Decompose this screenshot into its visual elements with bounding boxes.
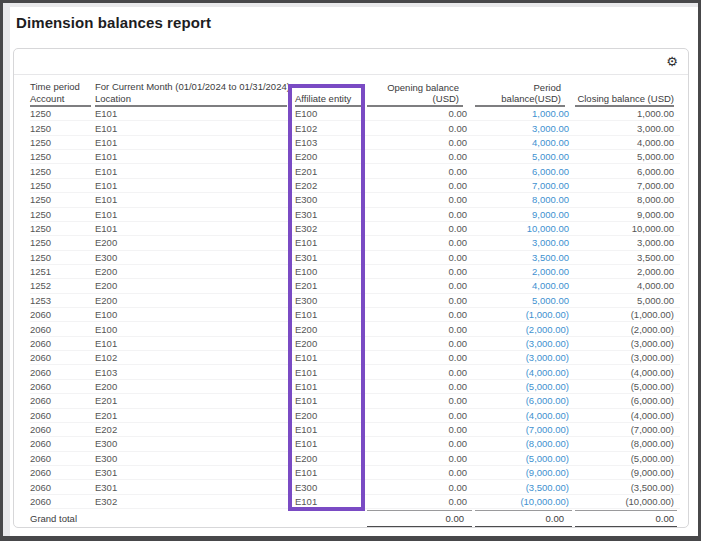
report-card: ⚙ Time period For Current Month (01/01/2…	[13, 48, 689, 528]
cell-account: 2060	[30, 482, 95, 493]
cell-affiliate: E101	[291, 395, 367, 406]
cell-location: E100	[95, 324, 291, 335]
cell-location: E301	[95, 482, 291, 493]
cell-location: E101	[95, 209, 291, 220]
cell-affiliate: E302	[291, 223, 367, 234]
cell-period[interactable]: (5,000.00)	[475, 453, 575, 464]
cell-period[interactable]: 9,000.00	[475, 209, 575, 220]
col-header-affiliate-entity: Affiliate entity	[291, 93, 367, 107]
cell-closing: (3,000.00)	[575, 338, 677, 349]
table-row: 1250E101E3010.009,000.009,000.00	[30, 208, 680, 222]
cell-opening: 0.00	[367, 194, 475, 205]
cell-period[interactable]: 2,000.00	[475, 266, 575, 277]
cell-location: E200	[95, 237, 291, 248]
cell-location: E202	[95, 424, 291, 435]
cell-period[interactable]: (9,000.00)	[475, 467, 575, 478]
cell-affiliate: E101	[291, 424, 367, 435]
cell-period[interactable]: (2,000.00)	[475, 324, 575, 335]
cell-affiliate: E101	[291, 467, 367, 478]
cell-period[interactable]: 5,000.00	[475, 295, 575, 306]
cell-account: 2060	[30, 467, 95, 478]
cell-account: 1250	[30, 137, 95, 148]
cell-period[interactable]: (7,000.00)	[475, 424, 575, 435]
cell-affiliate: E101	[291, 438, 367, 449]
col-header-location: Location	[95, 93, 291, 107]
time-period-row: Time period For Current Month (01/01/202…	[30, 80, 680, 93]
cell-period[interactable]: 1,000.00	[475, 108, 575, 119]
cell-closing: (1,000.00)	[575, 309, 677, 320]
cell-account: 2060	[30, 424, 95, 435]
cell-opening: 0.00	[367, 123, 475, 134]
cell-account: 1253	[30, 295, 95, 306]
cell-closing: 9,000.00	[575, 209, 677, 220]
cell-opening: 0.00	[367, 438, 475, 449]
table-body: 1250E101E1000.001,000.001,000.001250E101…	[30, 107, 680, 509]
table-row: 2060E103E1010.00(4,000.00)(4,000.00)	[30, 365, 680, 379]
cell-location: E101	[95, 194, 291, 205]
cell-location: E201	[95, 395, 291, 406]
cell-account: 2060	[30, 438, 95, 449]
cell-opening: 0.00	[367, 309, 475, 320]
cell-closing: (8,000.00)	[575, 438, 677, 449]
cell-period[interactable]: 3,500.00	[475, 252, 575, 263]
cell-account: 1252	[30, 280, 95, 291]
left-gutter	[3, 3, 10, 536]
cell-account: 1250	[30, 123, 95, 134]
table-row: 2060E102E1010.00(3,000.00)(3,000.00)	[30, 351, 680, 365]
cell-period[interactable]: 7,000.00	[475, 180, 575, 191]
cell-closing: 4,000.00	[575, 280, 677, 291]
cell-opening: 0.00	[367, 209, 475, 220]
cell-opening: 0.00	[367, 252, 475, 263]
grand-total-closing: 0.00	[575, 510, 677, 528]
cell-period[interactable]: 5,000.00	[475, 151, 575, 162]
cell-period[interactable]: 4,000.00	[475, 137, 575, 148]
table-row: 2060E101E2000.00(3,000.00)(3,000.00)	[30, 337, 680, 351]
cell-period[interactable]: 6,000.00	[475, 166, 575, 177]
cell-period[interactable]: (6,000.00)	[475, 395, 575, 406]
cell-period[interactable]: (1,000.00)	[475, 309, 575, 320]
cell-affiliate: E101	[291, 237, 367, 248]
cell-account: 1251	[30, 266, 95, 277]
cell-period[interactable]: (8,000.00)	[475, 438, 575, 449]
table-row: 1250E101E3000.008,000.008,000.00	[30, 193, 680, 207]
cell-period[interactable]: (4,000.00)	[475, 410, 575, 421]
cell-period[interactable]: 3,000.00	[475, 123, 575, 134]
cell-account: 2060	[30, 367, 95, 378]
settings-gear-icon[interactable]: ⚙	[666, 55, 678, 68]
cell-closing: (2,000.00)	[575, 324, 677, 335]
cell-closing: (9,000.00)	[575, 467, 677, 478]
cell-closing: (4,000.00)	[575, 410, 677, 421]
table-row: 1251E200E1000.002,000.002,000.00	[30, 265, 680, 279]
cell-period[interactable]: 4,000.00	[475, 280, 575, 291]
table-row: 2060E201E2000.00(4,000.00)(4,000.00)	[30, 409, 680, 423]
cell-location: E101	[95, 223, 291, 234]
cell-affiliate: E200	[291, 410, 367, 421]
cell-account: 2060	[30, 381, 95, 392]
cell-opening: 0.00	[367, 108, 475, 119]
cell-account: 1250	[30, 237, 95, 248]
cell-period[interactable]: (10,000.00)	[475, 496, 575, 507]
cell-period[interactable]: (3,000.00)	[475, 338, 575, 349]
cell-closing: (10,000.00)	[575, 496, 677, 507]
cell-period[interactable]: 3,000.00	[475, 237, 575, 248]
cell-account: 1250	[30, 166, 95, 177]
cell-affiliate: E100	[291, 108, 367, 119]
cell-period[interactable]: (3,500.00)	[475, 482, 575, 493]
table-row: 1250E200E1010.003,000.003,000.00	[30, 236, 680, 250]
table-row: 1250E101E3020.0010,000.0010,000.00	[30, 222, 680, 236]
cell-period[interactable]: (3,000.00)	[475, 352, 575, 363]
cell-account: 2060	[30, 410, 95, 421]
cell-location: E300	[95, 252, 291, 263]
table-row: 1250E101E2020.007,000.007,000.00	[30, 179, 680, 193]
grand-total-period: 0.00	[475, 510, 575, 528]
cell-closing: 1,000.00	[575, 108, 677, 119]
cell-period[interactable]: 8,000.00	[475, 194, 575, 205]
cell-location: E101	[95, 108, 291, 119]
table-row: 1250E101E1030.004,000.004,000.00	[30, 136, 680, 150]
cell-period[interactable]: (4,000.00)	[475, 367, 575, 378]
cell-location: E300	[95, 453, 291, 464]
cell-closing: 4,000.00	[575, 137, 677, 148]
cell-period[interactable]: (5,000.00)	[475, 381, 575, 392]
cell-location: E101	[95, 151, 291, 162]
cell-period[interactable]: 10,000.00	[475, 223, 575, 234]
